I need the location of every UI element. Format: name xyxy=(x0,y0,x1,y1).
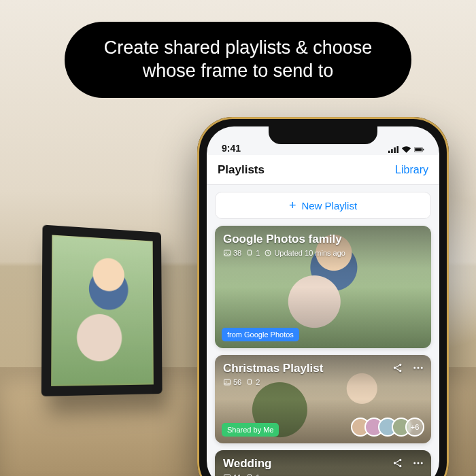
svg-point-27 xyxy=(418,462,420,464)
library-link[interactable]: Library xyxy=(395,164,428,176)
svg-point-17 xyxy=(413,367,415,369)
svg-rect-1 xyxy=(391,149,393,153)
frame-icon xyxy=(245,249,254,257)
playlist-card[interactable]: Google Photos family 38 1 Updated 10 min… xyxy=(215,226,431,348)
playlist-meta: 11 1 xyxy=(223,473,423,476)
battery-icon xyxy=(414,146,424,154)
playlist-card[interactable]: Christmas Playlist 56 2 Shared by Me xyxy=(215,355,431,443)
svg-rect-0 xyxy=(388,151,390,153)
svg-point-16 xyxy=(399,370,401,372)
new-playlist-label: New Playlist xyxy=(301,200,357,211)
image-icon xyxy=(223,249,231,257)
nav-bar: Playlists Library xyxy=(207,155,439,185)
svg-rect-2 xyxy=(394,148,396,153)
svg-point-24 xyxy=(399,459,401,461)
image-icon xyxy=(223,473,231,476)
source-badge: from Google Photos xyxy=(222,328,299,341)
plus-icon: + xyxy=(289,199,296,211)
page-title: Playlists xyxy=(218,163,265,177)
phone-notch xyxy=(269,126,377,144)
shared-avatars[interactable]: +6 xyxy=(356,418,424,437)
playlist-title: Google Photos family xyxy=(223,233,423,246)
more-icon[interactable] xyxy=(412,362,424,374)
wifi-icon xyxy=(401,146,411,154)
svg-point-23 xyxy=(394,462,396,464)
svg-rect-9 xyxy=(248,250,252,255)
svg-point-19 xyxy=(421,367,423,369)
svg-point-26 xyxy=(413,462,415,464)
frame-icon xyxy=(245,378,254,386)
svg-point-18 xyxy=(418,367,420,369)
svg-point-28 xyxy=(421,462,423,464)
phone-mockup: 9:41 Playlists Library + New Playlist Go… xyxy=(197,117,449,476)
svg-rect-6 xyxy=(423,149,424,151)
status-time: 9:41 xyxy=(222,143,241,154)
svg-point-15 xyxy=(399,364,401,366)
svg-point-14 xyxy=(394,367,396,369)
playlist-meta: 56 2 xyxy=(223,378,423,386)
share-icon[interactable] xyxy=(392,362,404,374)
avatar-more: +6 xyxy=(405,418,424,437)
svg-point-25 xyxy=(399,465,401,467)
cellular-icon xyxy=(388,146,398,154)
clock-icon xyxy=(264,249,272,257)
share-icon[interactable] xyxy=(392,457,404,469)
svg-rect-3 xyxy=(397,146,399,153)
content-scroll[interactable]: + New Playlist Google Photos family 38 1… xyxy=(207,185,439,476)
svg-point-12 xyxy=(226,381,227,382)
svg-point-8 xyxy=(226,252,227,253)
svg-rect-5 xyxy=(415,148,422,151)
new-playlist-button[interactable]: + New Playlist xyxy=(215,192,431,219)
svg-rect-13 xyxy=(248,379,252,384)
status-icons xyxy=(388,146,424,154)
image-icon xyxy=(223,378,231,386)
headline-banner: Create shared playlists & choose whose f… xyxy=(65,22,411,98)
playlist-card[interactable]: Wedding 11 1 xyxy=(215,450,431,476)
digital-frame-device xyxy=(41,224,163,396)
shared-badge: Shared by Me xyxy=(222,423,279,437)
more-icon[interactable] xyxy=(412,457,424,469)
frame-icon xyxy=(245,473,254,476)
phone-screen: 9:41 Playlists Library + New Playlist Go… xyxy=(207,126,439,476)
playlist-meta: 38 1 Updated 10 mins ago xyxy=(223,249,423,257)
